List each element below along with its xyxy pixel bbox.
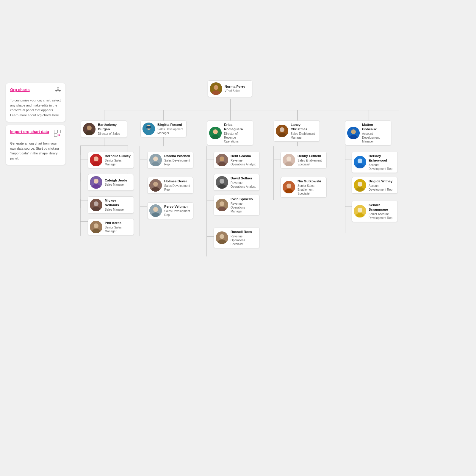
svg-point-111 <box>358 182 362 187</box>
node-bent[interactable]: Bent Grasha Revenue Operations Analyst <box>214 152 260 168</box>
svg-point-87 <box>153 207 158 212</box>
avatar-debby <box>283 154 295 166</box>
avatar-percy <box>149 204 162 217</box>
avatar-bartholemy <box>83 123 95 135</box>
node-russell[interactable]: Russell Ross Revenue Operations Speciali… <box>214 228 260 248</box>
avatar-mickey <box>90 199 102 211</box>
name-norma-perry: Norma Perry <box>225 84 249 89</box>
import-title[interactable]: Import org chart data <box>10 129 49 134</box>
node-birgitta[interactable]: Birgitta Rosoni Sales Development Manage… <box>140 120 187 137</box>
chart-area: Norma Perry VP of Sales Bartholemy Durga… <box>71 71 470 458</box>
avatar-dorena <box>149 154 162 166</box>
svg-point-108 <box>358 159 362 163</box>
name-bent: Bent Grasha <box>231 154 256 158</box>
svg-point-96 <box>220 201 224 206</box>
node-erica[interactable]: Erica Romaguera Director of Revenue Oper… <box>207 120 253 145</box>
node-percy[interactable]: Percy Veltman Sales Development Rep <box>147 202 193 219</box>
node-mickey[interactable]: Mickey Neilands Sales Manager <box>88 196 134 214</box>
name-dorena: Dorena Whebell <box>164 154 190 158</box>
avatar-laney <box>276 125 288 137</box>
name-debby: Debby Lethem <box>298 154 323 158</box>
name-matteo: Matteo Gobeaux <box>362 123 388 131</box>
avatar-russell <box>216 231 228 244</box>
svg-point-84 <box>153 182 158 187</box>
svg-rect-6 <box>58 130 61 133</box>
node-irwin[interactable]: Irwin Spinello Revenue Operations Manage… <box>214 195 260 215</box>
import-panel[interactable]: Import org chart data Generate an org ch… <box>6 125 65 165</box>
node-nia[interactable]: Nia Gutkowski Senior Sales Enablement Sp… <box>281 177 327 198</box>
title-holmes: Sales Development Rep <box>164 184 190 192</box>
org-charts-title[interactable]: Org charts <box>10 87 30 92</box>
title-bartholemy: Director of Sales <box>98 132 124 136</box>
svg-point-72 <box>94 179 98 184</box>
svg-point-90 <box>220 156 224 161</box>
avatar-irwin <box>216 199 228 211</box>
node-kendra[interactable]: Kendra Scrammage Senior Account Developm… <box>352 201 398 222</box>
name-brigida: Brigida Withey <box>369 179 394 184</box>
name-caleigh: Caleigh Jerde <box>105 178 131 183</box>
title-berkley: Account Development Rep <box>369 163 394 171</box>
node-david[interactable]: David Sellner Revenue Operations Analyst <box>214 174 260 191</box>
svg-point-60 <box>213 129 218 134</box>
avatar-nia <box>283 181 295 193</box>
svg-point-78 <box>94 223 98 228</box>
name-kendra: Kendra Scrammage <box>369 203 394 212</box>
org-charts-description: To customize your org chart, select any … <box>10 98 61 118</box>
title-caleigh: Sales Manager <box>105 183 131 187</box>
name-irwin: Irwin Spinello <box>231 197 256 201</box>
svg-rect-0 <box>57 88 59 89</box>
name-berkley: Berkley Esherwood <box>369 154 394 163</box>
svg-point-69 <box>94 156 98 161</box>
title-russell: Revenue Operations Specialist <box>231 234 256 246</box>
avatar-norma-perry <box>210 82 222 95</box>
page: Org charts To customize your org chart, … <box>0 0 476 476</box>
import-description: Generate an org chart from your own data… <box>10 141 61 161</box>
avatar-bent <box>216 154 228 166</box>
org-charts-panel[interactable]: Org charts To customize your org chart, … <box>6 83 65 122</box>
node-berkley[interactable]: Berkley Esherwood Account Development Re… <box>352 152 398 173</box>
name-david: David Sellner <box>231 176 256 181</box>
node-debby[interactable]: Debby Lethem Sales Enablement Specialist <box>281 152 327 168</box>
title-irwin: Revenue Operations Manager <box>231 202 256 213</box>
node-dorena[interactable]: Dorena Whebell Sales Development Rep <box>147 152 193 168</box>
title-matteo: Account Development Manager <box>362 132 388 143</box>
name-nia: Nia Gutkowski <box>298 179 323 184</box>
svg-rect-5 <box>54 130 57 133</box>
title-dorena: Sales Development Rep <box>164 159 190 166</box>
avatar-david <box>216 176 228 189</box>
node-norma-perry[interactable]: Norma Perry VP of Sales <box>208 80 252 97</box>
node-matteo[interactable]: Matteo Gobeaux Account Development Manag… <box>345 120 391 145</box>
name-holmes: Holmes Dever <box>164 179 190 184</box>
svg-point-75 <box>94 201 98 206</box>
title-david: Revenue Operations Analyst <box>231 181 256 189</box>
node-brigida[interactable]: Brigida Withey Account Development Rep <box>352 177 398 194</box>
title-laney: Sales Enablement Manager <box>291 132 317 140</box>
node-bernelle[interactable]: Bernelle Cubley Senior Sales Manager <box>88 152 134 168</box>
svg-rect-1 <box>55 90 57 92</box>
avatar-bernelle <box>90 154 102 166</box>
node-caleigh[interactable]: Caleigh Jerde Sales Manager <box>88 174 134 191</box>
avatar-caleigh <box>90 176 102 189</box>
svg-point-53 <box>87 126 92 130</box>
avatar-matteo <box>347 127 360 139</box>
svg-point-93 <box>220 179 224 184</box>
node-holmes[interactable]: Holmes Dever Sales Development Rep <box>147 177 193 194</box>
node-bartholemy[interactable]: Bartholemy Durgan Director of Sales <box>81 120 127 138</box>
avatar-berkley <box>354 156 366 168</box>
avatar-kendra <box>354 205 366 217</box>
title-nia: Senior Sales Enablement Specialist <box>298 184 323 195</box>
name-laney: Laney Christmas <box>291 123 317 131</box>
title-debby: Sales Enablement Specialist <box>298 159 323 166</box>
svg-rect-2 <box>59 90 61 92</box>
org-chart: Norma Perry VP of Sales Bartholemy Durga… <box>71 71 470 339</box>
title-brigida: Account Development Rep <box>369 184 394 192</box>
avatar-phil <box>90 221 102 233</box>
name-russell: Russell Ross <box>231 230 256 234</box>
node-phil[interactable]: Phil Acres Senior Sales Manager <box>88 219 134 235</box>
org-charts-icon <box>55 87 61 95</box>
title-mickey: Sales Manager <box>105 208 131 212</box>
sidebar: Org charts To customize your org chart, … <box>6 83 65 165</box>
node-laney[interactable]: Laney Christmas Sales Enablement Manager <box>274 120 320 142</box>
name-erica: Erica Romaguera <box>224 123 250 131</box>
title-phil: Senior Sales Manager <box>105 226 131 233</box>
